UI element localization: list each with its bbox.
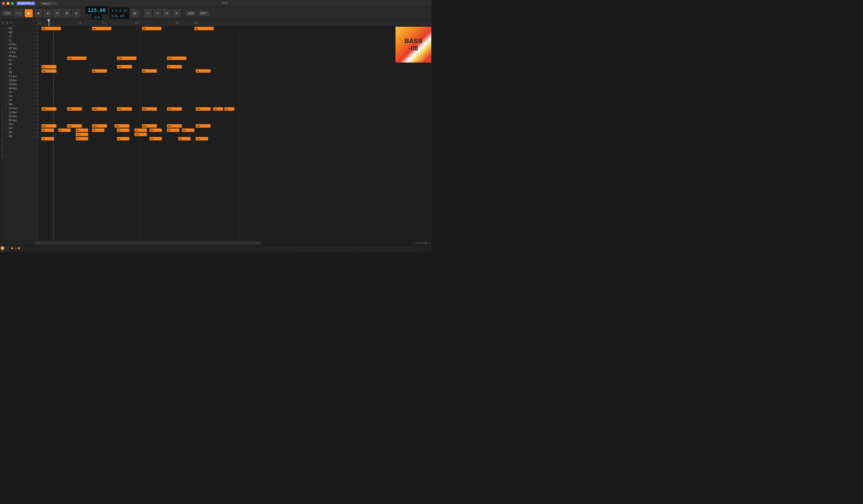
pattern-block[interactable]: F#2 <box>117 65 132 68</box>
scroll-left-arrow[interactable]: ◄ <box>416 242 419 244</box>
pattern-block[interactable]: D1 <box>117 128 129 132</box>
zoom-plus[interactable]: + <box>429 242 430 244</box>
scroll-bar-track[interactable] <box>35 241 412 245</box>
pattern-block[interactable]: G#1 <box>167 107 182 111</box>
power-icon[interactable]: ⏻ <box>1 247 4 250</box>
panel-sidebar: ⏻ ⊞ ⚙ ↕ ♩ <box>0 245 5 252</box>
pattern-block[interactable]: D#1 <box>142 124 157 128</box>
pattern-block[interactable]: D#1 <box>67 124 82 128</box>
pattern-block[interactable]: C1 <box>149 137 162 140</box>
stop-button[interactable]: ■ <box>34 9 42 17</box>
pattern-block[interactable]: D#1 <box>41 124 57 128</box>
record-button[interactable]: ● <box>44 9 52 17</box>
pattern-block[interactable]: D1 <box>135 128 147 132</box>
ruler-mark-5: 3.1 <box>176 22 179 24</box>
ma-acc-strip: MA Acc ▶ S M MA ▶ S M <box>298 251 312 252</box>
minimize-button[interactable] <box>7 2 10 5</box>
overdub-button[interactable]: ⊕ <box>72 9 80 17</box>
pattern-block[interactable]: D#1 <box>92 124 107 128</box>
pattern-block[interactable]: D#1 <box>114 124 129 128</box>
pattern-button[interactable]: ⊞ <box>63 9 71 17</box>
pattern-block[interactable]: D3 <box>195 27 214 30</box>
pattern-block[interactable]: E2 <box>92 69 107 73</box>
pattern-block[interactable]: C1 <box>196 137 208 140</box>
piano-roll[interactable]: D3 D3 D3 D3 G#2 G#2 G#2 F2 F#2 F2 E2 E2 … <box>39 26 432 241</box>
pattern-block[interactable]: G#1 <box>142 107 157 111</box>
pattern-block[interactable]: E2 <box>196 69 211 73</box>
pattern-block[interactable]: C1 <box>178 137 191 140</box>
pattern-block[interactable]: C1 <box>41 137 54 140</box>
pattern-block[interactable]: G#1 <box>92 107 107 111</box>
pattern-block[interactable]: F2 <box>167 65 182 68</box>
track-row: 1MA◄ <box>4 102 39 106</box>
pattern-block[interactable]: C1 <box>76 137 88 140</box>
pattern-block[interactable]: C1 <box>117 137 129 140</box>
track-row: 1LC◄ <box>4 35 39 38</box>
scroll-bar-right: ◄ ► 1/16 - + <box>412 241 432 245</box>
maximize-button[interactable] <box>11 2 14 5</box>
ruler-mark-2: 1.4 <box>77 22 81 24</box>
knob-row-1: Acc Vol. - + ↔ BD Level - <box>15 251 292 252</box>
pattern-block[interactable]: E2 <box>142 69 157 73</box>
undo-button[interactable]: ↩ <box>144 9 152 17</box>
traffic-lights[interactable] <box>2 2 14 5</box>
scroll-right-arrow[interactable]: ► <box>420 242 422 244</box>
pattern-block[interactable]: C#1 <box>135 133 147 136</box>
pattern-block[interactable]: D1 <box>76 128 88 132</box>
loop-button[interactable]: ⇄ <box>53 9 61 17</box>
pattern-block[interactable]: D1 <box>92 128 104 132</box>
pattern-block[interactable]: D1 <box>41 128 54 132</box>
pattern-block[interactable]: D3 <box>142 27 161 30</box>
cursor-icon[interactable]: ↖ <box>10 21 12 25</box>
pattern-block[interactable]: G#1 <box>117 107 132 111</box>
pattern-block[interactable]: F2 <box>41 65 57 68</box>
pattern-block[interactable]: D3 <box>92 27 111 30</box>
delete-button[interactable]: ✕ <box>172 9 180 17</box>
pattern-block[interactable]: D#1 <box>196 124 211 128</box>
track-row: 1MT Acc◄ <box>4 47 39 50</box>
transport-bar: FILE PLAY ▶ ■ ● ⇄ ⊞ ⊕ 125.00 4/4 1.3.2.2… <box>0 7 432 20</box>
tempo-display[interactable]: 125.00 <box>86 6 108 14</box>
pattern-block[interactable]: D1 <box>167 128 179 132</box>
dm-icon-1[interactable] <box>14 247 16 249</box>
pattern-block[interactable]: D#1 <box>167 124 182 128</box>
add-button[interactable]: ADD <box>186 11 196 16</box>
settings-button[interactable]: ⚙ <box>131 9 139 17</box>
pattern-block[interactable]: D1 <box>149 128 162 132</box>
list-icon[interactable]: ☰ <box>1 21 4 25</box>
pattern-block[interactable]: D1 <box>58 128 71 132</box>
edit-button[interactable]: EDIT <box>198 11 209 16</box>
pattern-block[interactable]: G#1 <box>41 107 57 111</box>
pattern-block[interactable]: G#2 <box>67 56 86 60</box>
pattern-block[interactable]: G1 <box>224 107 234 111</box>
pattern-block[interactable]: E2 <box>41 69 57 73</box>
titlebar: ESSENTIALS › New 2 * ✕ ⠿⠿⠿ <box>0 0 432 7</box>
grid-snap-display: 1/16 <box>423 242 427 244</box>
file-button[interactable]: FILE <box>2 11 13 16</box>
grid-icon[interactable]: ⊞ <box>6 21 8 25</box>
pattern-block[interactable]: D3 <box>41 27 61 30</box>
scroll-bar[interactable]: ◄ ► 1/16 - + <box>0 241 432 245</box>
left-controls: + + + <box>10 251 15 252</box>
close-button[interactable] <box>2 2 5 5</box>
time-display: 0:01.107 <box>110 13 129 19</box>
track-row: 1HT◄ <box>4 59 39 62</box>
zoom-minus[interactable]: - <box>428 242 428 244</box>
pattern-block[interactable]: G#1 <box>67 107 82 111</box>
pattern-block[interactable]: C#1 <box>76 133 88 136</box>
dm-active-led <box>18 247 20 249</box>
pattern-block[interactable]: D1 <box>182 128 195 132</box>
browse-icon[interactable]: ⊞ <box>1 251 4 252</box>
pattern-block[interactable]: G#1 <box>196 107 211 111</box>
track-row: 1SD◄ <box>4 130 39 135</box>
play-button[interactable]: ▶ <box>25 9 33 17</box>
redo-button[interactable]: ↪ <box>153 9 161 17</box>
separator-3 <box>183 10 183 17</box>
pattern-block[interactable]: G1 <box>213 107 223 111</box>
separator-2 <box>141 10 141 17</box>
scroll-bar-thumb[interactable] <box>35 241 261 245</box>
pattern-block[interactable]: G#2 <box>167 56 186 60</box>
pattern-block[interactable]: G#2 <box>117 56 136 60</box>
copy-button[interactable]: ⊡ <box>163 9 171 17</box>
cb-acc-strip: CB Acc ▶ S M CB ▶ S M <box>326 251 340 252</box>
